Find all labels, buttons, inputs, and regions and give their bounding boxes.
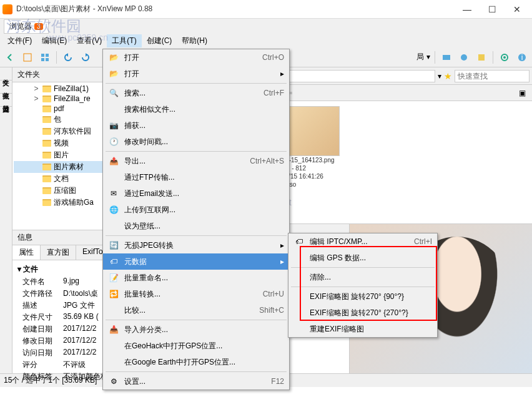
menu-export[interactable]: 📤导出...Ctrl+Alt+S [103, 153, 289, 169]
tool3-icon[interactable] [474, 50, 489, 65]
svg-rect-4 [46, 58, 49, 61]
thumbnail-icon[interactable] [37, 50, 52, 65]
menu-settings[interactable]: ⚙设置...F12 [103, 373, 289, 390]
info-key: 修改日期 [22, 336, 63, 346]
tree-item-label: 图片 [54, 150, 69, 160]
favorite-icon[interactable]: ★ [444, 71, 452, 81]
menu-search-similar[interactable]: 搜索相似文件... [103, 101, 289, 117]
menu-email[interactable]: ✉通过Email发送... [103, 185, 289, 202]
info-key: 文件名 [22, 277, 63, 287]
menu-capture[interactable]: 📷捕获... [103, 117, 289, 134]
menu-file[interactable]: 文件(F) [2, 34, 37, 47]
tree-item-label: 图片素材 [54, 162, 84, 172]
menu-create[interactable]: 创建(C) [142, 34, 177, 47]
browser-tab[interactable]: 浏览器 3 [4, 19, 49, 34]
menu-search[interactable]: 🔍搜索...Ctrl+F [103, 85, 289, 101]
layout-icon[interactable]: 局 ▾ [416, 50, 431, 65]
submenu-rebuild-exif[interactable]: 重建EXIF缩略图 [288, 321, 437, 337]
folder-icon [42, 86, 51, 92]
svg-rect-1 [41, 54, 44, 57]
info-value: D:\tools\桌 [63, 288, 98, 299]
menu-help[interactable]: 帮助(H) [177, 34, 212, 47]
tree-item-label: 包 [54, 114, 61, 125]
titlebar: D:\tools\桌面\图片素材 - XnView MP 0.88 — ☐ ✕ [0, 0, 532, 19]
folder-icon [42, 128, 51, 135]
svg-point-9 [503, 56, 506, 59]
close-button[interactable]: ✕ [505, 1, 530, 18]
folder-icon [42, 140, 51, 147]
menu-edit[interactable]: 编辑(E) [37, 34, 72, 47]
folder-icon [42, 187, 51, 194]
tree-item-label: pdf [54, 104, 64, 113]
menu-open-with[interactable]: 📂打开▸ [103, 66, 289, 82]
minimize-button[interactable]: — [455, 1, 480, 18]
filter-icon[interactable]: ▣ [515, 86, 530, 101]
info-value: 不评级 [63, 360, 86, 370]
folder-icon [42, 105, 51, 112]
tools-menu: 📂打开Ctrl+O 📂打开▸ 🔍搜索...Ctrl+F 搜索相似文件... 📷捕… [102, 49, 290, 390]
submenu-clear[interactable]: 清除... [288, 269, 437, 285]
app-icon [2, 4, 12, 14]
folder-icon [42, 96, 51, 102]
folder-icon [42, 152, 51, 159]
side-tabs: 文件夹 收藏夹 分类过滤器 [0, 67, 12, 373]
tree-item-label: 视频 [54, 138, 69, 149]
maximize-button[interactable]: ☐ [480, 1, 505, 18]
info-tab-props[interactable]: 属性 [12, 245, 41, 260]
tab-label: 浏览器 [9, 21, 32, 32]
tree-item-label: 文档 [54, 174, 69, 184]
menu-open[interactable]: 📂打开Ctrl+O [103, 49, 289, 66]
info-tab-histogram[interactable]: 直方图 [41, 245, 76, 260]
rotate-left-icon[interactable] [61, 50, 76, 65]
svg-text:i: i [521, 53, 523, 62]
info-key: 文件尺寸 [22, 312, 63, 323]
tool1-icon[interactable] [439, 50, 454, 65]
menu-google-earth[interactable]: 在Google Earth中打开GPS位置... [103, 354, 289, 370]
folder-icon [42, 116, 51, 123]
sidetab-favorites[interactable]: 收藏夹 [0, 81, 12, 94]
submenu-edit-iptc[interactable]: 🏷编辑 IPTC/XMP...Ctrl+I [288, 233, 437, 250]
menu-batch-rename[interactable]: 📝批量重命名... [103, 270, 289, 286]
menu-geohack[interactable]: 在GeoHack中打开GPS位置... [103, 338, 289, 354]
fullscreen-icon[interactable] [20, 50, 35, 65]
menu-import-sort[interactable]: 📥导入并分类... [103, 321, 289, 338]
menu-lossless-jpeg[interactable]: 🔄无损JPEG转换▸ [103, 237, 289, 253]
back-icon[interactable] [2, 50, 17, 65]
svg-rect-7 [478, 54, 485, 61]
menu-compare[interactable]: 比较...Shift+C [103, 302, 289, 318]
folder-icon [42, 164, 51, 170]
sidetab-filter[interactable]: 分类过滤器 [0, 94, 12, 107]
window-title: D:\tools\桌面\图片素材 - XnView MP 0.88 [16, 4, 455, 14]
quick-search-input[interactable] [455, 70, 530, 82]
info-key: 访问日期 [22, 348, 63, 358]
info-value: 35.69 KB ( [63, 312, 99, 323]
info-key: 描述 [22, 300, 63, 311]
submenu-exif-rotate-90[interactable]: EXIF缩略图 旋转270° {90°?} [288, 288, 437, 305]
tree-item-label: 压缩图 [54, 185, 76, 196]
menu-ftp[interactable]: 通过FTP传输... [103, 169, 289, 185]
submenu-edit-gps[interactable]: 编辑 GPS 数据... [288, 250, 437, 266]
menu-metadata[interactable]: 🏷元数据▸ [103, 253, 289, 270]
menu-tools[interactable]: 工具(T) [107, 34, 141, 47]
info-value: JPG 文件 [63, 300, 95, 311]
menu-batch-convert[interactable]: 🔁批量转换...Ctrl+U [103, 286, 289, 302]
status-count: 15个 / 选中了1个 [35.69 KB] [4, 375, 97, 386]
metadata-submenu: 🏷编辑 IPTC/XMP...Ctrl+I 编辑 GPS 数据... 清除...… [288, 233, 438, 338]
sidetab-folders[interactable]: 文件夹 [0, 67, 12, 81]
folder-icon [42, 175, 51, 182]
info-icon[interactable]: i [515, 50, 530, 65]
svg-rect-5 [443, 55, 450, 60]
tool2-icon[interactable] [456, 50, 471, 65]
tree-item-label: FileZilla(1) [54, 84, 89, 93]
tree-item-label: 游戏辅助Ga [54, 197, 94, 208]
info-key: 创建日期 [22, 324, 63, 335]
submenu-exif-rotate-270[interactable]: EXIF缩略图 旋转270° {270°?} [288, 305, 437, 321]
rotate-right-icon[interactable] [78, 50, 93, 65]
settings-icon[interactable] [497, 50, 512, 65]
menu-edit-timestamp[interactable]: 🕐修改时间戳... [103, 134, 289, 150]
menu-upload[interactable]: 🌐上传到互联网... [103, 202, 289, 218]
menu-wallpaper[interactable]: 设为壁纸... [103, 218, 289, 234]
info-value: 2017/12/2 [63, 324, 96, 335]
folder-icon [42, 199, 51, 206]
menu-view[interactable]: 查看(V) [72, 34, 107, 47]
